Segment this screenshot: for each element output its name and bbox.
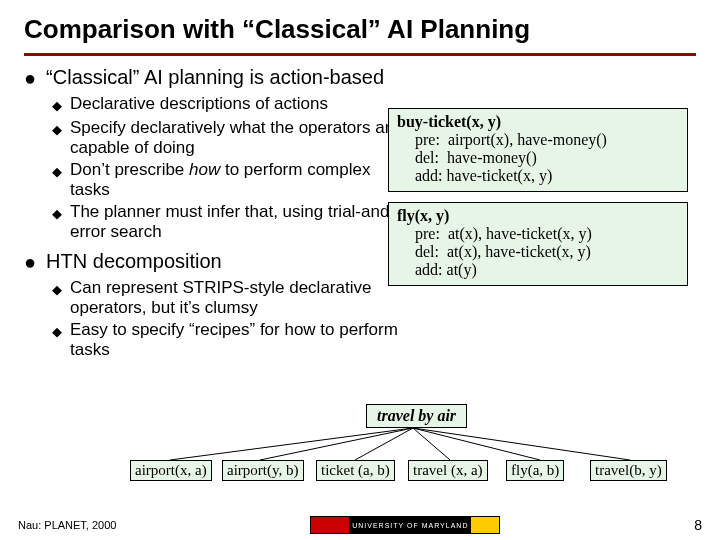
svg-line-2 xyxy=(355,428,413,460)
op-del: del: have-money() xyxy=(397,149,679,167)
title-rule xyxy=(24,53,696,56)
bullet-l2: ◆Specify declaratively what the operator… xyxy=(52,118,404,158)
slide-body: ● “Classical” AI planning is action-base… xyxy=(0,66,720,360)
university-logo: UNIVERSITY OF MARYLAND xyxy=(310,516,500,534)
tree-leaf: travel (x, a) xyxy=(408,460,488,481)
l2-text: Don’t prescribe how to perform complex t… xyxy=(70,160,404,200)
bullet-l2: ◆The planner must infer that, using tria… xyxy=(52,202,404,242)
footer-citation: Nau: PLANET, 2000 xyxy=(18,519,116,531)
disc-icon: ● xyxy=(24,66,36,90)
bullet-l2: ◆Can represent STRIPS-style declarative … xyxy=(52,278,404,318)
l2-text: Specify declaratively what the operators… xyxy=(70,118,404,158)
l2-text: Can represent STRIPS-style declarative o… xyxy=(70,278,404,318)
l2-text: Declarative descriptions of actions xyxy=(70,94,328,114)
diamond-icon: ◆ xyxy=(52,96,62,116)
decomposition-tree: travel by air airport(x, a) airport(y, b… xyxy=(130,404,712,490)
l1-text: HTN decomposition xyxy=(46,250,222,273)
disc-icon: ● xyxy=(24,250,36,274)
l2-text: The planner must infer that, using trial… xyxy=(70,202,404,242)
bullet-l2: ◆Easy to specify “recipes” for how to pe… xyxy=(52,320,404,360)
op-add: add: have-ticket(x, y) xyxy=(397,167,679,185)
op-add: add: at(y) xyxy=(397,261,679,279)
l2-text: Easy to specify “recipes” for how to per… xyxy=(70,320,404,360)
op-name: buy-ticket(x, y) xyxy=(397,113,679,131)
op-del: del: at(x), have-ticket(x, y) xyxy=(397,243,679,261)
svg-line-1 xyxy=(260,428,413,460)
l1-text: “Classical” AI planning is action-based xyxy=(46,66,384,89)
operator-box: buy-ticket(x, y) pre: airport(x), have-m… xyxy=(388,108,688,192)
tree-leaf: travel(b, y) xyxy=(590,460,667,481)
bullet-l1: ● “Classical” AI planning is action-base… xyxy=(24,66,404,90)
page-number: 8 xyxy=(694,517,702,533)
bullet-l2: ◆Declarative descriptions of actions xyxy=(52,94,404,116)
tree-leaf: ticket (a, b) xyxy=(316,460,395,481)
diamond-icon: ◆ xyxy=(52,120,62,140)
svg-line-0 xyxy=(170,428,413,460)
bullet-l2: ◆Don’t prescribe how to perform complex … xyxy=(52,160,404,200)
bullet-l1: ● HTN decomposition xyxy=(24,250,404,274)
diamond-icon: ◆ xyxy=(52,322,62,342)
slide-title: Comparison with “Classical” AI Planning xyxy=(0,0,720,51)
operator-box: fly(x, y) pre: at(x), have-ticket(x, y) … xyxy=(388,202,688,286)
operator-boxes: buy-ticket(x, y) pre: airport(x), have-m… xyxy=(388,108,688,296)
logo-text: UNIVERSITY OF MARYLAND xyxy=(349,517,471,533)
tree-leaf: airport(y, b) xyxy=(222,460,304,481)
tree-leaf: airport(x, a) xyxy=(130,460,212,481)
tree-root: travel by air xyxy=(366,404,467,428)
op-pre: pre: airport(x), have-money() xyxy=(397,131,679,149)
op-pre: pre: at(x), have-ticket(x, y) xyxy=(397,225,679,243)
diamond-icon: ◆ xyxy=(52,204,62,224)
diamond-icon: ◆ xyxy=(52,280,62,300)
tree-leaf: fly(a, b) xyxy=(506,460,564,481)
diamond-icon: ◆ xyxy=(52,162,62,182)
op-name: fly(x, y) xyxy=(397,207,679,225)
slide-footer: Nau: PLANET, 2000 UNIVERSITY OF MARYLAND… xyxy=(0,516,720,534)
